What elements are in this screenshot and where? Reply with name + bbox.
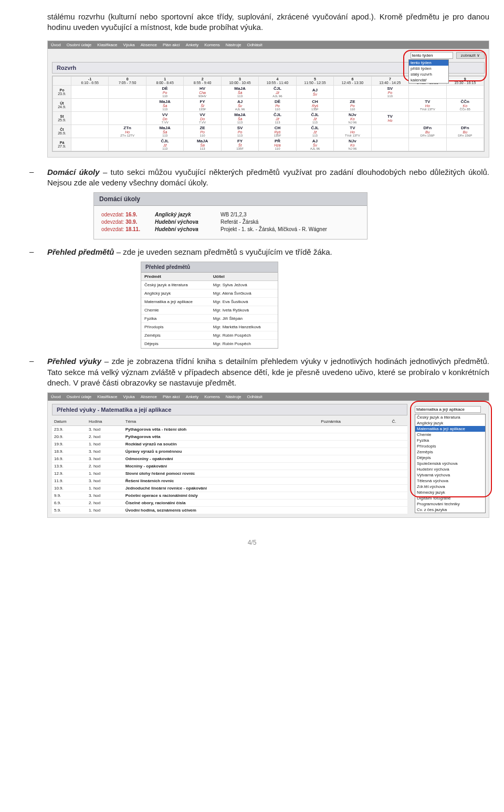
nav-item[interactable]: Nástroje <box>226 394 242 399</box>
pv-title: Přehled výuky - Matematika a její aplika… <box>52 404 407 415</box>
du-row: odevzdat: 18.11. Hudební výchova Projekt… <box>101 226 360 232</box>
nav-item[interactable]: Úvod <box>51 394 61 399</box>
nav-item[interactable]: Odhlásit <box>247 43 262 47</box>
subject-option[interactable]: Tělesná výchova <box>415 478 485 484</box>
table-row: 6.9.2. hodČíselné obory, racionální čísl… <box>52 499 407 507</box>
subject-option[interactable]: Německý jazyk <box>415 490 485 495</box>
nav-item[interactable]: Ankety <box>186 394 198 399</box>
nav-item[interactable]: Ankety <box>186 43 198 47</box>
nav-item[interactable]: Komens <box>204 394 219 399</box>
week-option[interactable]: tento týden <box>409 60 448 66</box>
pp-panel: Přehled předmětů PředmětUčitelČeský jazy… <box>141 262 278 349</box>
subject-option[interactable]: Výtvarná výchova <box>415 472 485 478</box>
subject-option[interactable]: Cv. z čes.jazyka <box>415 507 485 513</box>
week-dropdown[interactable]: tento týdenpříští týdenstálý rozvrhkalen… <box>408 59 449 84</box>
table-row: PřírodopisMgr. Markéta Hanzelková <box>141 323 278 331</box>
table-row: 13.9.2. hodMocniny - opakování <box>52 463 407 470</box>
subject-option[interactable]: Zeměpis <box>415 449 485 455</box>
subject-select[interactable] <box>415 406 481 413</box>
bullet-pv: – Přehled výuky – zde je zobrazena třídn… <box>29 356 489 388</box>
nav-item[interactable]: Plán akcí <box>163 394 180 399</box>
table-row: Anglický jazykMgr. Alena Švrčková <box>141 289 278 298</box>
table-row: 20.9.2. hodPythagorova věta <box>52 433 407 441</box>
table-row: 18.9.3. hodÚpravy výrazů s proměnnou <box>52 448 407 455</box>
week-select[interactable] <box>411 52 453 59</box>
week-option[interactable]: příští týden <box>409 66 448 71</box>
table-row: 19.9.1. hodRozklad výrazů na součin <box>52 441 407 448</box>
subject-dropdown[interactable]: Český jazyk a literaturaAnglický jazykMa… <box>415 414 486 513</box>
pp-title: Přehled předmětů <box>141 262 278 273</box>
nav-item[interactable]: Výuka <box>123 394 135 399</box>
table-row: Matematika a její aplikaceMgr. Eva Šustk… <box>141 298 278 306</box>
page-number: 4/5 <box>15 539 489 546</box>
subject-option[interactable]: Přírodopis <box>415 443 485 449</box>
app-navbar: ÚvodOsobní údajeKlasifikaceVýukaAbsenceP… <box>48 393 489 401</box>
table-row: 5.9.1. hodÚvodní hodina, seznámenís učiv… <box>52 507 407 514</box>
du-row: odevzdat: 30.9. Hudební výchova Referát … <box>101 219 360 225</box>
table-row: 16.9.3. hodOdmocniny - opakování <box>52 455 407 463</box>
nav-item[interactable]: Absence <box>141 43 157 47</box>
subject-option[interactable]: Anglický jazyk <box>415 420 485 426</box>
week-option[interactable]: stálý rozvrh <box>409 71 448 77</box>
nav-item[interactable]: Osobní údaje <box>67 394 92 399</box>
pv-screenshot: ÚvodOsobní údajeKlasifikaceVýukaAbsenceP… <box>47 392 489 518</box>
rozvrh-screenshot: ÚvodOsobní údajeKlasifikaceVýukaAbsenceP… <box>47 40 489 158</box>
subject-option[interactable]: Programování techniky <box>415 501 485 507</box>
table-row: 23.9.3. hodPythagorova věta - řešení úlo… <box>52 426 407 433</box>
subject-option[interactable]: Dějepis <box>415 455 485 461</box>
subject-option[interactable]: Digitální fotografie <box>415 495 485 501</box>
nav-item[interactable]: Nástroje <box>226 43 242 47</box>
app-navbar: ÚvodOsobní údajeKlasifikaceVýukaAbsenceP… <box>48 41 489 49</box>
du-panel: Domácí úkoly odevzdat: 16.9. Anglický ja… <box>93 192 368 240</box>
week-option[interactable]: kalendář <box>409 77 448 83</box>
nav-item[interactable]: Komens <box>204 43 219 47</box>
table-row: DějepisMgr. Robin Pospěch <box>141 340 278 348</box>
nav-item[interactable]: Absence <box>141 394 157 399</box>
subject-option[interactable]: Hudební výchova <box>415 466 485 472</box>
table-row: 9.9.3. hodPočetní operace s racionálními… <box>52 492 407 499</box>
table-row: ChemieMgr. Iveta Ryšková <box>141 306 278 315</box>
table-row: FyzikaMgr. Jiří Štěpán <box>141 315 278 323</box>
table-row: 12.9.1. hodSlovní úlohy řešené pomocí ro… <box>52 470 407 477</box>
du-title: Domácí úkoly <box>94 193 367 206</box>
table-row: 10.9.1. hodJednoduché lineární rovnice -… <box>52 485 407 492</box>
bullet-pp: – Přehled předmětů – zde je uveden sezna… <box>29 247 489 257</box>
show-button[interactable]: zobrazit ∨ <box>456 52 485 59</box>
nav-item[interactable]: Úvod <box>51 43 61 47</box>
nav-item[interactable]: Výuka <box>123 43 135 47</box>
intro-paragraph: stálému rozvrhu (kulturní nebo sportovní… <box>47 12 489 33</box>
subject-option[interactable]: Fyzika <box>415 438 485 443</box>
subject-option[interactable]: Zdr.těl.výchova <box>415 484 485 490</box>
table-row: ZeměpisMgr. Robin Pospěch <box>141 331 278 340</box>
du-row: odevzdat: 16.9. Anglický jazyk WB 2/1,2,… <box>101 212 360 217</box>
table-row: 11.9.3. hodŘešení lineárních rovnic <box>52 477 407 485</box>
nav-item[interactable]: Odhlásit <box>247 394 262 399</box>
bullet-du: – Domácí úkoly – tuto sekci můžou vyučuj… <box>29 167 489 189</box>
subject-option[interactable]: Chemie <box>415 432 485 438</box>
table-row: Český jazyk a literaturaMgr. Sylva Ježov… <box>141 281 278 289</box>
week-selector-row: zobrazit ∨ tento týdenpříští týdenstálý … <box>52 52 485 59</box>
nav-item[interactable]: Klasifikace <box>97 43 117 47</box>
nav-item[interactable]: Plán akcí <box>163 43 180 47</box>
subject-option[interactable]: Společenská výchova <box>415 461 485 466</box>
timetable: -16:10 - 6:5507:05 - 7:5018:00 - 8:4528:… <box>52 76 485 152</box>
subject-option[interactable]: Český jazyk a literatura <box>415 414 485 420</box>
subject-option[interactable]: Matematika a její aplikace <box>415 426 485 432</box>
nav-item[interactable]: Klasifikace <box>97 394 117 399</box>
nav-item[interactable]: Osobní údaje <box>67 43 92 47</box>
